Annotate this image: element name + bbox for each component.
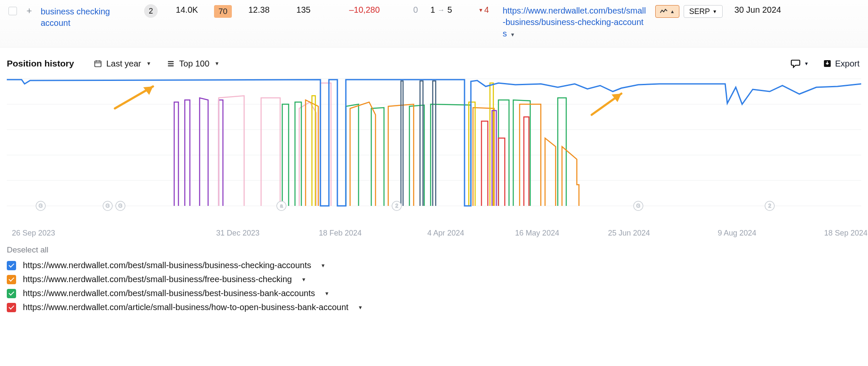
x-tick: 4 Apr 2024	[427, 229, 464, 238]
svg-text:2: 2	[395, 203, 398, 209]
add-icon[interactable]: +	[25, 6, 34, 16]
cpc-value: 12.38	[236, 5, 282, 15]
caret-down-icon[interactable]: ▼	[320, 263, 326, 269]
top-n-label: Top 100	[179, 59, 209, 69]
x-tick: 18 Feb 2024	[319, 229, 362, 238]
section-title: Position history	[7, 58, 74, 69]
legend-item[interactable]: https://www.nerdwallet.com/article/small…	[7, 302, 861, 312]
export-label: Export	[835, 59, 860, 69]
serp-button-label: SERP	[689, 7, 710, 16]
x-tick: 25 Jun 2024	[608, 229, 650, 238]
legend-url: https://www.nerdwallet.com/best/small-bu…	[23, 261, 311, 270]
position-delta: ▼ 4	[478, 5, 489, 15]
arrow-right-icon: →	[438, 6, 445, 14]
x-tick: 9 Aug 2024	[718, 229, 757, 238]
chart-legend: Deselect all https://www.nerdwallet.com/…	[0, 238, 868, 325]
svg-rect-6	[168, 65, 173, 67]
chart-toggle-button[interactable]: ▲	[655, 5, 679, 18]
caret-down-icon: ▼	[712, 9, 717, 14]
annotation-arrow	[115, 86, 153, 108]
pos-change-value: 4	[484, 5, 489, 15]
export-button[interactable]: Export	[823, 59, 860, 69]
svg-rect-5	[168, 63, 173, 64]
legend-checkbox[interactable]	[7, 303, 16, 312]
caret-up-icon: ▲	[670, 9, 675, 14]
caret-down-icon: ▼	[478, 7, 483, 13]
caret-down-icon: ▼	[146, 61, 151, 67]
caret-down-icon: ▼	[214, 61, 220, 67]
x-tick: 16 May 2024	[515, 229, 559, 238]
kd-badge: 70	[214, 5, 231, 18]
chart-x-axis: 26 Sep 2023 31 Dec 2023 18 Feb 2024 4 Ap…	[0, 227, 868, 238]
svg-text:G: G	[118, 203, 122, 209]
svg-text:G: G	[636, 203, 640, 209]
legend-item[interactable]: https://www.nerdwallet.com/best/small-bu…	[7, 288, 861, 298]
pos-to: 5	[448, 5, 452, 15]
serp-count-pill: 2	[144, 4, 158, 18]
series-primary	[7, 80, 861, 206]
calendar-icon	[94, 59, 102, 68]
svg-text:G: G	[39, 203, 42, 209]
deselect-all[interactable]: Deselect all	[7, 245, 861, 255]
x-tick: 26 Sep 2023	[12, 229, 55, 238]
position-history-chart: G G G a 2 G 2	[0, 75, 868, 227]
caret-down-icon[interactable]: ▼	[510, 32, 515, 38]
zero-value: 0	[384, 5, 418, 15]
date-range-selector[interactable]: Last year ▼	[94, 59, 151, 69]
speech-bubble-icon	[790, 59, 801, 68]
caret-down-icon[interactable]: ▼	[358, 305, 363, 311]
legend-item[interactable]: https://www.nerdwallet.com/best/small-bu…	[7, 261, 861, 270]
top-n-selector[interactable]: Top 100 ▼	[167, 59, 220, 69]
keyword-row: + business checking account 2 14.0K 70 1…	[0, 0, 868, 47]
svg-text:a: a	[280, 203, 283, 209]
ranking-url-text: https://www.nerdwallet.com/best/small-bu…	[503, 6, 646, 38]
legend-item[interactable]: https://www.nerdwallet.com/best/small-bu…	[7, 274, 861, 284]
ranking-url[interactable]: https://www.nerdwallet.com/best/small-bu…	[503, 5, 647, 39]
x-tick: 31 Dec 2023	[216, 229, 259, 238]
svg-text:G: G	[106, 203, 109, 209]
position-change: 1 → 5	[418, 5, 465, 15]
list-icon	[167, 59, 175, 68]
legend-url: https://www.nerdwallet.com/best/small-bu…	[23, 288, 315, 298]
serp-button[interactable]: SERP ▼	[684, 5, 723, 18]
svg-rect-4	[168, 61, 173, 62]
legend-checkbox[interactable]	[7, 261, 16, 270]
metric-b-value: 135	[282, 5, 325, 15]
pos-from: 1	[430, 5, 435, 15]
row-checkbox[interactable]	[8, 7, 17, 15]
legend-checkbox[interactable]	[7, 289, 16, 298]
keyword-link[interactable]: business checking account	[41, 5, 138, 29]
svg-text:2: 2	[768, 203, 771, 209]
traffic-delta-value: –10,280	[325, 5, 384, 15]
legend-url: https://www.nerdwallet.com/best/small-bu…	[23, 274, 292, 284]
line-chart-icon	[660, 8, 668, 14]
x-tick: 18 Sep 2024	[824, 229, 868, 238]
caret-down-icon: ▼	[804, 61, 809, 66]
date-range-label: Last year	[106, 59, 141, 69]
position-history-header: Position history Last year ▼ Top 100 ▼ ▼	[0, 47, 868, 75]
chart-svg: G G G a 2 G 2	[7, 75, 861, 219]
caret-down-icon[interactable]: ▼	[301, 277, 306, 283]
caret-down-icon[interactable]: ▼	[324, 291, 329, 297]
legend-url: https://www.nerdwallet.com/article/small…	[23, 302, 348, 312]
annotate-tool[interactable]: ▼	[790, 59, 809, 68]
download-icon	[823, 59, 832, 68]
legend-checkbox[interactable]	[7, 275, 16, 284]
svg-rect-0	[95, 61, 101, 67]
check-date: 30 Jun 2024	[734, 5, 781, 15]
volume-value: 14.0K	[164, 5, 210, 15]
